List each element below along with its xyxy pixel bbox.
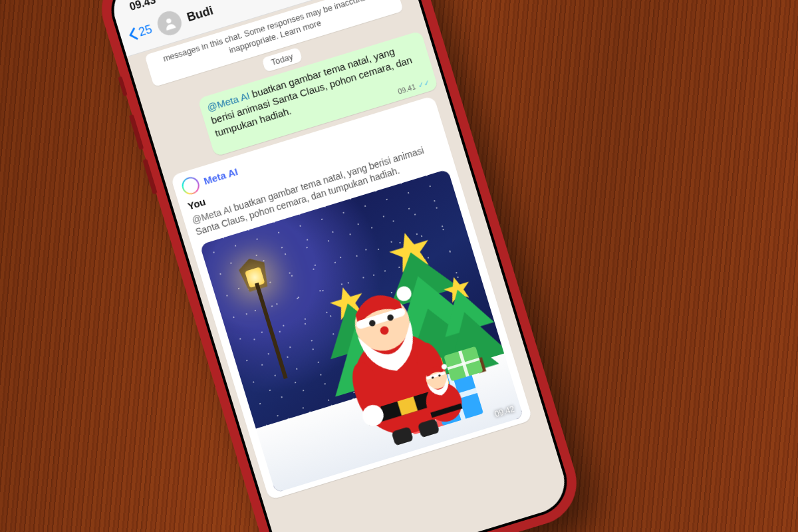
meta-ai-icon bbox=[180, 175, 201, 196]
person-icon bbox=[160, 14, 178, 32]
read-ticks-icon: ✓✓ bbox=[416, 77, 431, 90]
ai-sender-name: Meta AI bbox=[202, 165, 239, 188]
svg-point-20 bbox=[394, 284, 413, 303]
svg-point-0 bbox=[166, 18, 172, 24]
contact-avatar[interactable] bbox=[154, 8, 184, 38]
back-button[interactable]: 25 bbox=[126, 22, 154, 43]
unread-count: 25 bbox=[137, 22, 154, 39]
message-time: 09.41 bbox=[396, 82, 417, 96]
